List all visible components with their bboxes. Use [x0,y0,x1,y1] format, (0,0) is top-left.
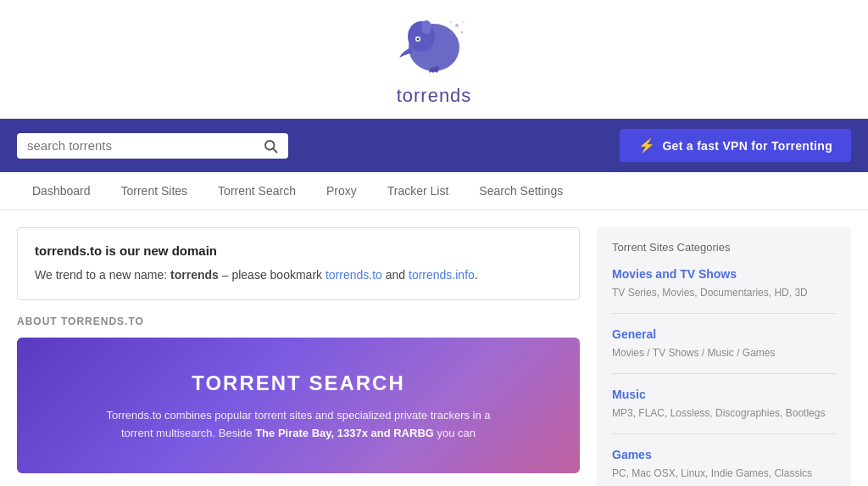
promo-card: TORRENT SEARCH Torrends.to combines popu… [17,338,580,473]
vpn-button[interactable]: ⚡ Get a fast VPN for Torrenting [620,129,851,162]
nav-item-tracker-list[interactable]: Tracker List [372,172,465,209]
category-games-desc: PC, Mac OSX, Linux, Indie Games, Classic… [612,467,812,479]
category-movies-tv-desc: TV Series, Movies, Documentaries, HD, 3D [612,287,808,299]
logo-text: torrends [397,85,472,107]
svg-point-4 [421,20,431,34]
nav-item-search-settings[interactable]: Search Settings [464,172,578,209]
notice-suffix: and [382,268,409,282]
search-bar: ⚡ Get a fast VPN for Torrenting [0,119,868,172]
svg-point-8 [463,21,465,23]
nav-item-proxy[interactable]: Proxy [311,172,372,209]
logo-icon [396,15,472,83]
notice-middle: – please bookmark [219,268,326,282]
category-movies-tv-link[interactable]: Movies and TV Shows [612,267,836,281]
search-button[interactable] [263,138,278,154]
category-games: Games PC, Mac OSX, Linux, Indie Games, C… [612,448,836,480]
nav-item-dashboard[interactable]: Dashboard [17,172,106,209]
nav-link-tracker-list[interactable]: Tracker List [372,172,465,209]
search-input[interactable] [27,138,263,153]
about-label: ABOUT TORRENDS.TO [17,316,580,327]
nav-bar: Dashboard Torrent Sites Torrent Search P… [0,172,868,210]
nav-item-torrent-search[interactable]: Torrent Search [203,172,311,209]
svg-point-5 [455,24,459,27]
notice-prefix: We trend to a new name: [35,268,170,282]
svg-point-6 [461,31,464,34]
promo-title: TORRENT SEARCH [42,371,554,395]
notice-title: torrends.to is our new domain [35,243,562,258]
category-music-desc: MP3, FLAC, Lossless, Discographies, Boot… [612,407,825,419]
nav-link-torrent-sites[interactable]: Torrent Sites [106,172,203,209]
search-icon [263,138,278,154]
right-sidebar: Torrent Sites Categories Movies and TV S… [597,227,851,486]
svg-point-3 [417,38,420,41]
notice-body: We trend to a new name: torrends – pleas… [35,266,562,284]
notice-link1[interactable]: torrends.to [326,268,382,282]
nav-link-search-settings[interactable]: Search Settings [464,172,578,209]
category-general-desc: Movies / TV Shows / Music / Games [612,347,776,359]
vpn-button-label: Get a fast VPN for Torrenting [662,139,832,153]
notice-end: . [475,268,478,282]
notice-brand: torrends [170,268,219,282]
svg-point-7 [450,21,452,23]
sidebar-box: Torrent Sites Categories Movies and TV S… [597,227,851,486]
logo-container: torrends [396,15,472,107]
promo-desc-bold: The Pirate Bay, 1337x and RARBG [255,427,434,439]
logo-area: torrends [0,0,868,119]
notice-link2[interactable]: torrends.info [409,268,475,282]
nav-link-torrent-search[interactable]: Torrent Search [203,172,311,209]
promo-description: Torrends.to combines popular torrent sit… [95,407,502,443]
category-movies-tv: Movies and TV Shows TV Series, Movies, D… [612,267,836,314]
sidebar-heading: Torrent Sites Categories [612,241,836,254]
category-general: General Movies / TV Shows / Music / Game… [612,327,836,374]
nav-list: Dashboard Torrent Sites Torrent Search P… [17,172,851,209]
category-music-link[interactable]: Music [612,388,836,401]
nav-link-dashboard[interactable]: Dashboard [17,172,106,209]
promo-desc-end: you can [434,427,476,439]
svg-line-10 [273,148,276,152]
search-input-wrapper[interactable] [17,133,288,159]
left-column: torrends.to is our new domain We trend t… [17,227,580,486]
nav-item-torrent-sites[interactable]: Torrent Sites [106,172,203,209]
bolt-icon: ⚡ [638,137,655,154]
main-content: torrends.to is our new domain We trend t… [0,210,868,486]
nav-link-proxy[interactable]: Proxy [311,172,372,209]
category-music: Music MP3, FLAC, Lossless, Discographies… [612,388,836,434]
category-games-link[interactable]: Games [612,448,836,461]
category-general-link[interactable]: General [612,327,836,341]
notice-box: torrends.to is our new domain We trend t… [17,227,580,300]
